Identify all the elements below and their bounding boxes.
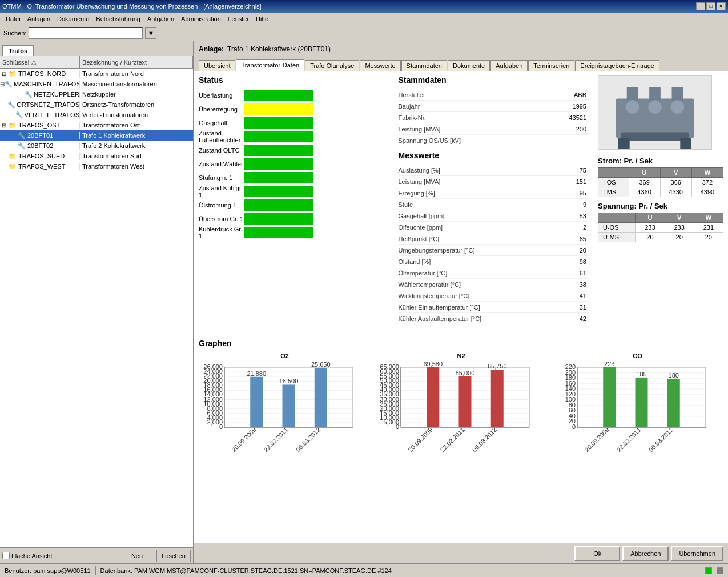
tab--bersicht[interactable]: Übersicht [199,60,235,71]
tree-item-20BFT02[interactable]: 🔧20BFT02Trafo 2 Kohlekraftwerk [0,141,193,151]
minimize-button[interactable]: _ [696,2,705,10]
strom-title: Strom: Pr. / Sek [598,157,723,165]
tab-transformator-daten[interactable]: Transformator-Daten [236,59,304,71]
svg-text:06.03.2012: 06.03.2012 [471,426,498,453]
neu-button[interactable]: Neu [120,550,154,562]
col-header-schluessel[interactable]: Schlüssel △ [0,56,80,68]
right-panel: Anlage: Trafo 1 Kohlekraftwerk (20BFT01)… [194,41,728,563]
svg-text:06.03.2012: 06.03.2012 [295,426,321,453]
tab-ereignistagebuch-eintr-ge[interactable]: Ereignistagebuch-Einträge [575,60,659,71]
status-indicator-gray [717,567,723,574]
table-row: I-OS369366372 [598,178,723,187]
menu-administration[interactable]: Administration [178,14,224,23]
menu-fenster[interactable]: Fenster [224,14,252,23]
status-indicator-green [705,567,712,574]
svg-text:0: 0 [219,423,223,430]
svg-text:185: 185 [636,371,646,378]
stammdaten-row: Fabrik-Nr.43521 [399,112,589,123]
right-header: Anlage: Trafo 1 Kohlekraftwerk (20BFT01) [194,41,728,57]
bottom-buttons: Ok Abbrechen Übernehmen [194,543,728,563]
tree-container[interactable]: ⊟📁TRAFOS_NORDTransformatoren Nord⊟🔧MASCH… [0,69,193,547]
svg-point-7 [648,100,662,114]
messwerte-row: Ölfeuchte [ppm]2 [399,222,589,233]
menu-aufgaben[interactable]: Aufgaben [144,14,178,23]
strom-table: UVWI-OS369366372I-MS436043304390 [598,167,723,197]
status-row: Ölströmung 1 [199,199,313,211]
status-section: Status ÜberlastungÜbererregungGasgehaltZ… [199,75,389,324]
tree-item-TRAFOS_OST[interactable]: ⊟📁TRAFOS_OSTTransformatoren Ost [0,120,193,130]
chart-svg: 26,00024,00022,00020,00018,00016,00014,0… [199,362,359,453]
flache-ansicht-label[interactable]: Flache Ansicht [2,552,53,559]
menu-betriebsfuehrung[interactable]: Betriebsführung [92,14,144,23]
content-top: Status ÜberlastungÜbererregungGasgehaltZ… [199,75,723,324]
messwerte-row: Kühler Einlauftemperatur [°C]31 [399,302,589,313]
abbrechen-button[interactable]: Abbrechen [622,546,669,561]
anlage-value: Trafo 1 Kohlekraftwerk (20BFT01) [227,45,331,53]
svg-rect-116 [603,367,616,427]
menu-datei[interactable]: Datei [2,14,24,23]
status-row: Zustand Kühlgr. 1 [199,185,313,198]
tree-item-NETZKUPPLER[interactable]: 🔧NETZKUPPLERNetzkuppler [0,89,193,99]
stammdaten-table: HerstellerABBBaujahr1995Fabrik-Nr.43521L… [399,89,589,146]
status-user: Benutzer: pam supp@W00511 [5,567,91,574]
svg-point-8 [671,100,685,114]
chart-svg: 22020018016014012010080604020022320.09.2… [552,362,711,453]
tab-dokumente[interactable]: Dokumente [448,60,490,71]
search-input[interactable] [29,27,143,39]
tree-item-TRAFOS_WEST[interactable]: 📁TRAFOS_WESTTransformatoren West [0,161,193,171]
svg-text:20.09.2009: 20.09.2009 [583,426,610,453]
menu-bar: Datei Anlagen Dokumente Betriebsführung … [0,13,728,25]
status-separator [95,566,96,575]
tab-trafos[interactable]: Trafos [2,45,34,56]
flache-ansicht-checkbox[interactable] [2,552,10,559]
messwerte-row: Wicklungstemperatur [°C]41 [399,290,589,302]
menu-anlagen[interactable]: Anlagen [24,14,54,23]
tab-messwerte[interactable]: Messwerte [360,60,400,71]
tree-item-TRAFOS_NORD[interactable]: ⊟📁TRAFOS_NORDTransformatoren Nord [0,69,193,79]
tab-stammdaten[interactable]: Stammdaten [401,60,447,71]
messwerte-row: Leistung [MVA]151 [399,176,589,187]
chart-svg: 65,00060,00055,00050,00045,00040,00035,0… [375,362,535,453]
svg-text:20.09.2009: 20.09.2009 [407,426,433,453]
graph-container: CO22020018016014012010080604020022320.09… [552,352,723,454]
status-row: Zustand OLTC [199,144,313,157]
title-bar-text: OTMM - OI Transformator Überwachung und … [2,3,696,10]
svg-text:18,500: 18,500 [279,378,299,384]
tab-aufgaben[interactable]: Aufgaben [490,60,528,71]
tree-item-ORTSNETZ_TRAFOS[interactable]: 🔧ORTSNETZ_TRAFOSOrtsnetz-Transformatoren [0,99,193,110]
tab-terminserien[interactable]: Terminserien [528,60,574,71]
title-bar-buttons: _ □ ✕ [696,2,726,10]
messwerte-title: Messwerte [399,151,589,160]
uebernehmen-button[interactable]: Übernehmen [671,546,723,561]
loeschen-button[interactable]: Löschen [156,550,191,562]
svg-text:55,000: 55,000 [456,370,475,376]
graphen-title: Graphen [199,339,723,348]
restore-button[interactable]: □ [706,2,715,10]
svg-text:21,880: 21,880 [247,370,266,377]
messwerte-row: Stufe9 [399,199,589,210]
tree-item-VERTEIL_TRAFOS[interactable]: 🔧VERTEIL_TRAFOSVerteil-Transformatoren [0,110,193,120]
table-row: U-OS233233231 [598,223,723,233]
messwerte-row: Wählertemperatur [°C]38 [399,279,589,290]
tree-item-TRAFOS_SUED[interactable]: 📁TRAFOS_SUEDTransformatoren Süd [0,151,193,161]
search-dropdown-button[interactable]: ▼ [145,27,156,39]
svg-rect-5 [621,132,689,141]
tab-trafo--lanalyse[interactable]: Trafo Ölanalyse [305,60,359,71]
close-button[interactable]: ✕ [717,2,726,10]
right-info-section: Strom: Pr. / Sek UVWI-OS369366372I-MS436… [598,75,723,324]
transformer-svg [598,76,711,149]
menu-dokumente[interactable]: Dokumente [54,14,92,23]
menu-hilfe[interactable]: Hilfe [252,14,272,23]
graphen-section: Graphen O226,00024,00022,00020,00018,000… [199,334,723,454]
ok-button[interactable]: Ok [574,546,620,561]
svg-rect-86 [491,370,504,427]
tree-item-MASCHINEN_TRAFOS[interactable]: ⊟🔧MASCHINEN_TRAFOSMaschinentransformator… [0,79,193,89]
tree-item-20BFT01[interactable]: 🔧20BFT01Trafo 1 Kohlekraftwerk [0,130,193,141]
anlage-label: Anlage: [199,45,224,53]
svg-text:20.09.2009: 20.09.2009 [230,426,257,453]
svg-rect-43 [283,384,295,427]
col-header-bezeichnung[interactable]: Bezeichnung / Kurztext [80,56,193,68]
svg-rect-46 [315,368,327,427]
svg-rect-83 [459,376,472,427]
left-panel: Trafos Schlüssel △ Bezeichnung / Kurztex… [0,41,194,563]
